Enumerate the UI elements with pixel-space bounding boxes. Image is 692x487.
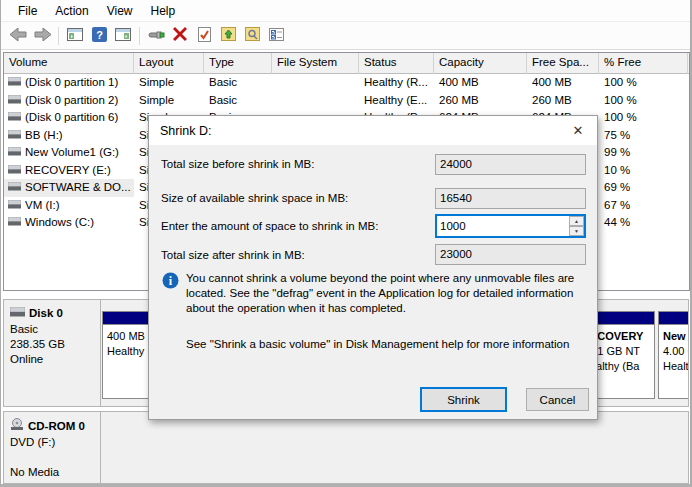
shrink-button[interactable]: Shrink	[420, 387, 507, 412]
help-button[interactable]: ?	[88, 25, 110, 47]
volume-drive-icon	[8, 179, 21, 197]
info-text: You cannot shrink a volume beyond the po…	[186, 271, 600, 316]
toolbar-separator	[58, 27, 59, 45]
show-console-tree-button[interactable]	[64, 25, 86, 47]
volume-row-0[interactable]: (Disk 0 partition 1)SimpleBasicHealthy (…	[4, 74, 689, 92]
partition-text-line: Health	[663, 359, 689, 374]
task-list-icon	[269, 28, 284, 44]
dialog-title: Shrink D:	[160, 124, 211, 138]
volume-name: (Disk 0 partition 2)	[25, 92, 118, 110]
pct-cell: 99 %	[599, 144, 688, 162]
disk-info-line	[10, 450, 100, 465]
volume-name: Windows (C:)	[25, 214, 94, 232]
show-action-pane-button[interactable]	[112, 25, 134, 47]
field-label-total-after: Total size after shrink in MB:	[161, 249, 305, 261]
volume-cell: RECOVERY (E:)	[4, 162, 134, 180]
help-text: See "Shrink a basic volume" in Disk Mana…	[186, 338, 600, 350]
volume-cell: SOFTWARE & DO...	[4, 179, 134, 197]
task-list-button[interactable]	[265, 25, 287, 47]
shrink-dialog: Shrink D: ✕ Total size before shrink in …	[148, 115, 598, 420]
shrink-amount-input[interactable]	[437, 216, 567, 236]
partition-text-line: 4.00 G	[663, 344, 689, 359]
menu-action[interactable]: Action	[46, 1, 97, 21]
menu-file[interactable]: File	[9, 1, 46, 21]
volume-cell: (Disk 0 partition 2)	[4, 92, 134, 110]
disk-info-line: No Media	[10, 465, 100, 480]
column-header-1[interactable]: Layout	[134, 53, 204, 74]
info-icon: i	[162, 272, 179, 291]
pct-cell: 100 %	[599, 109, 688, 127]
fs-cell	[272, 92, 359, 110]
volume-drive-icon	[8, 92, 21, 110]
field-available: 16540	[435, 188, 586, 209]
check-document-icon	[198, 27, 211, 45]
disk-name: Disk 0	[29, 306, 63, 321]
disk-info-line: Basic	[10, 322, 100, 337]
spinner-down-button[interactable]: ▼	[569, 226, 584, 236]
volume-drive-icon	[8, 144, 21, 162]
volume-cell: (Disk 0 partition 1)	[4, 74, 134, 92]
cancel-button[interactable]: Cancel	[526, 388, 589, 411]
properties-button[interactable]	[193, 25, 215, 47]
delete-volume-button[interactable]	[169, 25, 191, 47]
back-arrow-icon	[10, 28, 27, 44]
spinner-up-button[interactable]: ▲	[569, 216, 584, 226]
column-header-0[interactable]: Volume	[4, 53, 134, 74]
layout-cell: Simple	[134, 74, 204, 92]
delete-x-icon	[173, 27, 187, 44]
disk-info-line: DVD (F:)	[10, 435, 100, 450]
field-label-available: Size of available shrink space in MB:	[161, 192, 348, 204]
explore-button[interactable]	[241, 25, 263, 47]
menu-help[interactable]: Help	[142, 1, 185, 21]
volume-name: RECOVERY (E:)	[25, 162, 111, 180]
volume-cell: New Volume1 (G:)	[4, 144, 134, 162]
cdrom-cell[interactable]: CD-ROM 0DVD (F:) No Media	[4, 412, 101, 483]
dialog-close-button[interactable]: ✕	[569, 122, 587, 140]
column-header-4[interactable]: Status	[359, 53, 434, 74]
dialog-titlebar: Shrink D: ✕	[149, 116, 597, 145]
folder-search-icon	[245, 27, 260, 44]
menu-view[interactable]: View	[98, 1, 142, 21]
column-header-2[interactable]: Type	[204, 53, 272, 74]
disk-icon	[10, 306, 25, 321]
column-header-7[interactable]: % Free	[599, 53, 688, 74]
pct-cell: 10 %	[599, 162, 688, 180]
volume-name: (Disk 0 partition 6)	[25, 109, 118, 127]
folder-up-icon	[221, 27, 236, 44]
tool-icon	[148, 28, 165, 43]
column-header-5[interactable]: Capacity	[434, 53, 527, 74]
status-cell: Healthy (E...	[359, 92, 434, 110]
fs-cell	[272, 74, 359, 92]
volume-name: VM (I:)	[25, 197, 60, 215]
volume-cell: Windows (C:)	[4, 214, 134, 232]
layout-cell: Simple	[134, 92, 204, 110]
free-cell: 260 MB	[527, 92, 599, 110]
toolbar-separator	[139, 27, 140, 45]
action-pane-icon	[115, 28, 131, 44]
partition-block-2[interactable]: New4.00 GHealth	[658, 311, 689, 399]
disk-info-line: 238.35 GB	[10, 337, 100, 352]
disk0-cell[interactable]: Disk 0Basic238.35 GBOnline	[4, 300, 101, 406]
status-cell: Healthy (R...	[359, 74, 434, 92]
pct-cell: 67 %	[599, 197, 688, 215]
volume-drive-icon	[8, 214, 21, 232]
volume-name: (Disk 0 partition 1)	[25, 74, 118, 92]
field-total-before: 24000	[435, 154, 586, 175]
cdrom-icon	[10, 418, 24, 434]
tool-button[interactable]	[145, 25, 167, 47]
column-header-3[interactable]: File System	[272, 53, 359, 74]
field-label-total-before: Total size before shrink in MB:	[161, 158, 314, 170]
volume-drive-icon	[8, 74, 21, 92]
open-button[interactable]	[217, 25, 239, 47]
forward-button[interactable]	[31, 25, 53, 47]
volume-row-1[interactable]: (Disk 0 partition 2)SimpleBasicHealthy (…	[4, 92, 689, 110]
field-total-after: 23000	[435, 244, 586, 265]
pct-cell: 75 %	[599, 127, 688, 145]
free-cell: 400 MB	[527, 74, 599, 92]
list-header: VolumeLayoutTypeFile SystemStatusCapacit…	[4, 53, 689, 74]
cdrom-row: CD-ROM 0DVD (F:) No Media	[3, 411, 689, 484]
shrink-amount-field: ▲ ▼	[435, 214, 586, 238]
column-header-6[interactable]: Free Spa...	[527, 53, 599, 74]
back-button[interactable]	[7, 25, 29, 47]
disk-info-line: Online	[10, 352, 100, 367]
